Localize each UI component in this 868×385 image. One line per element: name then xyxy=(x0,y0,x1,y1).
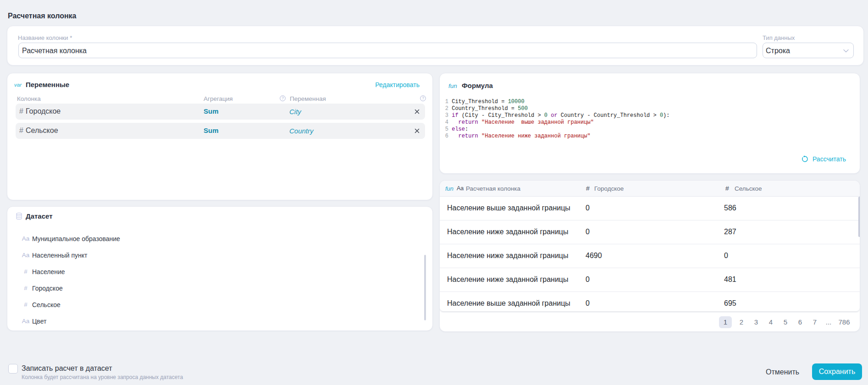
svg-text:?: ? xyxy=(422,96,424,100)
svg-text:?: ? xyxy=(282,96,284,100)
